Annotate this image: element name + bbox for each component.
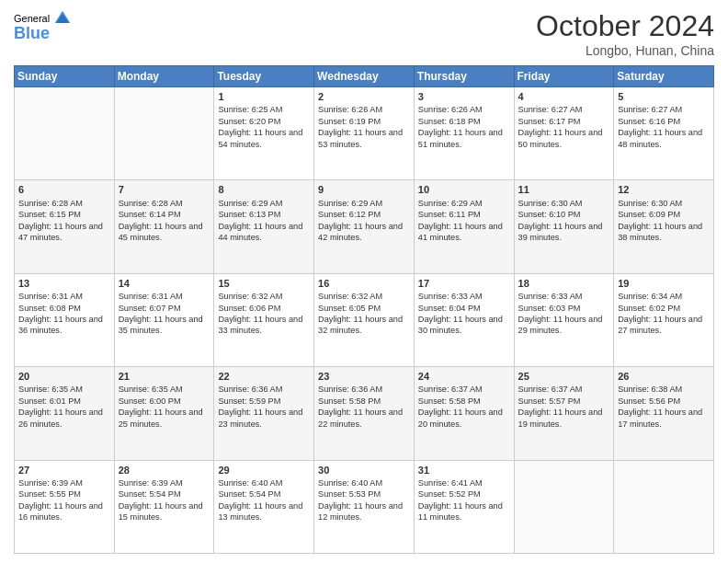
day-number: 14 — [119, 277, 210, 290]
day-info: Sunrise: 6:38 AM Sunset: 5:56 PM Dayligh… — [618, 384, 710, 430]
day-number: 13 — [18, 277, 110, 290]
calendar-cell — [114, 87, 214, 180]
calendar-cell: 26Sunrise: 6:38 AM Sunset: 5:56 PM Dayli… — [614, 367, 714, 460]
day-number: 10 — [418, 183, 510, 196]
day-number: 7 — [119, 183, 210, 196]
week-row-3: 13Sunrise: 6:31 AM Sunset: 6:08 PM Dayli… — [15, 273, 714, 366]
calendar-cell: 1Sunrise: 6:25 AM Sunset: 6:20 PM Daylig… — [214, 87, 314, 180]
day-number: 3 — [418, 90, 510, 103]
day-info: Sunrise: 6:27 AM Sunset: 6:17 PM Dayligh… — [518, 104, 610, 150]
day-info: Sunrise: 6:31 AM Sunset: 6:08 PM Dayligh… — [18, 291, 110, 337]
day-number: 5 — [618, 90, 710, 103]
header-row: SundayMondayTuesdayWednesdayThursdayFrid… — [15, 66, 714, 87]
day-number: 31 — [418, 464, 510, 477]
week-row-1: 1Sunrise: 6:25 AM Sunset: 6:20 PM Daylig… — [15, 87, 714, 180]
day-number: 16 — [318, 277, 410, 290]
day-number: 23 — [318, 370, 410, 383]
day-number: 4 — [518, 90, 610, 103]
calendar-cell: 18Sunrise: 6:33 AM Sunset: 6:03 PM Dayli… — [514, 273, 614, 366]
day-info: Sunrise: 6:27 AM Sunset: 6:16 PM Dayligh… — [618, 104, 710, 150]
day-info: Sunrise: 6:29 AM Sunset: 6:12 PM Dayligh… — [318, 198, 410, 244]
day-number: 30 — [318, 464, 410, 477]
col-header-saturday: Saturday — [614, 66, 714, 87]
day-number: 11 — [518, 183, 610, 196]
calendar-cell: 5Sunrise: 6:27 AM Sunset: 6:16 PM Daylig… — [614, 87, 714, 180]
day-info: Sunrise: 6:26 AM Sunset: 6:19 PM Dayligh… — [318, 104, 410, 150]
calendar-cell: 7Sunrise: 6:28 AM Sunset: 6:14 PM Daylig… — [114, 180, 214, 273]
logo-blue: Blue — [14, 24, 50, 43]
calendar-cell: 28Sunrise: 6:39 AM Sunset: 5:54 PM Dayli… — [114, 460, 214, 553]
page: General Blue October 2024 Longbo, Hunan,… — [0, 0, 728, 563]
month-title: October 2024 — [536, 9, 714, 43]
day-number: 9 — [318, 183, 410, 196]
day-info: Sunrise: 6:39 AM Sunset: 5:55 PM Dayligh… — [18, 477, 110, 523]
day-number: 15 — [218, 277, 310, 290]
calendar-cell: 9Sunrise: 6:29 AM Sunset: 6:12 PM Daylig… — [314, 180, 415, 273]
day-number: 2 — [318, 90, 410, 103]
logo-icon — [53, 9, 72, 28]
col-header-wednesday: Wednesday — [314, 66, 415, 87]
day-info: Sunrise: 6:37 AM Sunset: 5:57 PM Dayligh… — [518, 384, 610, 430]
day-number: 6 — [18, 183, 110, 196]
day-info: Sunrise: 6:34 AM Sunset: 6:02 PM Dayligh… — [618, 291, 710, 337]
logo: General Blue — [14, 9, 72, 43]
day-number: 19 — [618, 277, 710, 290]
day-info: Sunrise: 6:31 AM Sunset: 6:07 PM Dayligh… — [119, 291, 210, 337]
calendar-cell — [514, 460, 614, 553]
day-number: 29 — [218, 464, 310, 477]
calendar-cell: 12Sunrise: 6:30 AM Sunset: 6:09 PM Dayli… — [614, 180, 714, 273]
day-number: 8 — [218, 183, 310, 196]
day-info: Sunrise: 6:25 AM Sunset: 6:20 PM Dayligh… — [218, 104, 310, 150]
calendar-cell — [614, 460, 714, 553]
day-number: 20 — [18, 370, 110, 383]
calendar-cell: 14Sunrise: 6:31 AM Sunset: 6:07 PM Dayli… — [114, 273, 214, 366]
col-header-thursday: Thursday — [414, 66, 514, 87]
week-row-5: 27Sunrise: 6:39 AM Sunset: 5:55 PM Dayli… — [15, 460, 714, 553]
calendar-cell — [15, 87, 115, 180]
calendar-cell: 19Sunrise: 6:34 AM Sunset: 6:02 PM Dayli… — [614, 273, 714, 366]
header: General Blue October 2024 Longbo, Hunan,… — [14, 9, 714, 58]
calendar-cell: 6Sunrise: 6:28 AM Sunset: 6:15 PM Daylig… — [15, 180, 115, 273]
day-info: Sunrise: 6:33 AM Sunset: 6:03 PM Dayligh… — [518, 291, 610, 337]
day-info: Sunrise: 6:33 AM Sunset: 6:04 PM Dayligh… — [418, 291, 510, 337]
calendar-cell: 10Sunrise: 6:29 AM Sunset: 6:11 PM Dayli… — [414, 180, 514, 273]
day-info: Sunrise: 6:30 AM Sunset: 6:10 PM Dayligh… — [518, 198, 610, 244]
calendar-cell: 3Sunrise: 6:26 AM Sunset: 6:18 PM Daylig… — [414, 87, 514, 180]
day-number: 17 — [418, 277, 510, 290]
location: Longbo, Hunan, China — [536, 43, 714, 58]
col-header-sunday: Sunday — [15, 66, 115, 87]
col-header-friday: Friday — [514, 66, 614, 87]
day-number: 12 — [618, 183, 710, 196]
day-number: 18 — [518, 277, 610, 290]
day-number: 28 — [119, 464, 210, 477]
day-info: Sunrise: 6:29 AM Sunset: 6:13 PM Dayligh… — [218, 198, 310, 244]
day-info: Sunrise: 6:26 AM Sunset: 6:18 PM Dayligh… — [418, 104, 510, 150]
day-number: 22 — [218, 370, 310, 383]
day-info: Sunrise: 6:28 AM Sunset: 6:15 PM Dayligh… — [18, 198, 110, 244]
day-info: Sunrise: 6:35 AM Sunset: 6:00 PM Dayligh… — [119, 384, 210, 430]
calendar-cell: 29Sunrise: 6:40 AM Sunset: 5:54 PM Dayli… — [214, 460, 314, 553]
calendar-cell: 16Sunrise: 6:32 AM Sunset: 6:05 PM Dayli… — [314, 273, 415, 366]
calendar-cell: 27Sunrise: 6:39 AM Sunset: 5:55 PM Dayli… — [15, 460, 115, 553]
calendar-cell: 20Sunrise: 6:35 AM Sunset: 6:01 PM Dayli… — [15, 367, 115, 460]
calendar-cell: 13Sunrise: 6:31 AM Sunset: 6:08 PM Dayli… — [15, 273, 115, 366]
calendar-cell: 24Sunrise: 6:37 AM Sunset: 5:58 PM Dayli… — [414, 367, 514, 460]
calendar-cell: 22Sunrise: 6:36 AM Sunset: 5:59 PM Dayli… — [214, 367, 314, 460]
day-info: Sunrise: 6:39 AM Sunset: 5:54 PM Dayligh… — [119, 477, 210, 523]
day-info: Sunrise: 6:36 AM Sunset: 5:59 PM Dayligh… — [218, 384, 310, 430]
col-header-tuesday: Tuesday — [214, 66, 314, 87]
day-info: Sunrise: 6:36 AM Sunset: 5:58 PM Dayligh… — [318, 384, 410, 430]
day-number: 26 — [618, 370, 710, 383]
day-info: Sunrise: 6:32 AM Sunset: 6:06 PM Dayligh… — [218, 291, 310, 337]
calendar-cell: 31Sunrise: 6:41 AM Sunset: 5:52 PM Dayli… — [414, 460, 514, 553]
calendar-cell: 11Sunrise: 6:30 AM Sunset: 6:10 PM Dayli… — [514, 180, 614, 273]
day-info: Sunrise: 6:37 AM Sunset: 5:58 PM Dayligh… — [418, 384, 510, 430]
calendar-cell: 23Sunrise: 6:36 AM Sunset: 5:58 PM Dayli… — [314, 367, 415, 460]
day-number: 1 — [218, 90, 310, 103]
calendar-cell: 4Sunrise: 6:27 AM Sunset: 6:17 PM Daylig… — [514, 87, 614, 180]
calendar-cell: 17Sunrise: 6:33 AM Sunset: 6:04 PM Dayli… — [414, 273, 514, 366]
week-row-4: 20Sunrise: 6:35 AM Sunset: 6:01 PM Dayli… — [15, 367, 714, 460]
day-info: Sunrise: 6:40 AM Sunset: 5:53 PM Dayligh… — [318, 477, 410, 523]
calendar-cell: 8Sunrise: 6:29 AM Sunset: 6:13 PM Daylig… — [214, 180, 314, 273]
day-info: Sunrise: 6:32 AM Sunset: 6:05 PM Dayligh… — [318, 291, 410, 337]
